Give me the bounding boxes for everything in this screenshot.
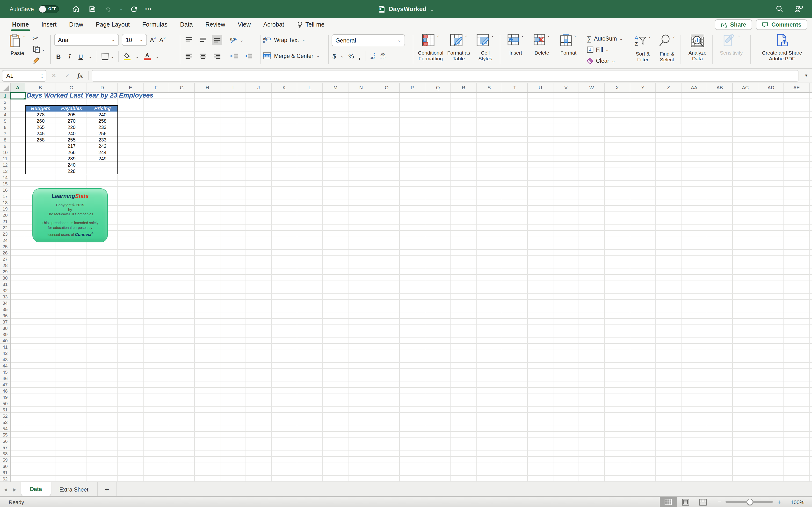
undo-dropdown-chevron[interactable]: ⌄ [119, 7, 123, 11]
align-center-button[interactable] [198, 51, 208, 62]
zoom-out-icon[interactable]: − [718, 498, 721, 506]
row-header-25[interactable]: 25 [0, 243, 10, 249]
name-box[interactable]: A1 ▲ ▼ [2, 70, 46, 81]
zoom-level[interactable]: 100% [788, 499, 804, 505]
sort-filter-chevron[interactable]: ⌄ [648, 34, 651, 39]
row-header-41[interactable]: 41 [0, 344, 10, 350]
table-header-budgets[interactable]: Budgets [25, 105, 56, 112]
row-header-48[interactable]: 48 [0, 388, 10, 394]
wrap-text-button[interactable]: abc Wrap Text ⌄ [263, 36, 305, 44]
cell-B6[interactable]: 265 [25, 124, 56, 130]
adobe-pdf-button[interactable]: Create and Share Adobe PDF [755, 33, 809, 61]
row-header-57[interactable]: 57 [0, 444, 10, 451]
find-select-chevron[interactable]: ⌄ [672, 34, 675, 39]
column-header-p[interactable]: P [400, 83, 425, 92]
cancel-entry-icon[interactable]: ✕ [51, 68, 57, 82]
column-header-ac[interactable]: AC [733, 83, 758, 92]
row-header-59[interactable]: 59 [0, 457, 10, 463]
row-header-56[interactable]: 56 [0, 438, 10, 444]
analyze-data-button[interactable]: Analyze Data [683, 33, 711, 61]
cell-D6[interactable]: 233 [87, 124, 118, 130]
column-header-t[interactable]: T [502, 83, 528, 92]
row-header-10[interactable]: 10 [0, 149, 10, 156]
row-header-9[interactable]: 9 [0, 143, 10, 149]
column-header-m[interactable]: M [323, 83, 349, 92]
align-bottom-button[interactable] [212, 35, 222, 45]
tab-insert[interactable]: Insert [35, 18, 63, 32]
column-header-i[interactable]: I [220, 83, 246, 92]
row-header-50[interactable]: 50 [0, 400, 10, 406]
row-header-38[interactable]: 38 [0, 325, 10, 331]
cell-styles-button[interactable]: ⌄ Cell Styles [474, 33, 497, 61]
redo-icon[interactable] [129, 4, 139, 14]
conditional-formatting-button[interactable]: ⌄ Conditional Formatting [416, 33, 446, 61]
row-header-39[interactable]: 39 [0, 331, 10, 338]
column-header-w[interactable]: W [579, 83, 605, 92]
column-header-u[interactable]: U [528, 83, 553, 92]
fill-color-chevron[interactable]: ⌄ [135, 54, 139, 59]
cell-B5[interactable]: 260 [25, 118, 56, 124]
cell-D9[interactable]: 242 [87, 143, 118, 149]
cell-C13[interactable]: 228 [56, 168, 87, 174]
decrease-indent-button[interactable] [229, 51, 239, 62]
cell-C11[interactable]: 239 [56, 156, 87, 162]
row-header-37[interactable]: 37 [0, 319, 10, 325]
row-header-4[interactable]: 4 [0, 112, 10, 118]
row-header-32[interactable]: 32 [0, 287, 10, 294]
align-left-button[interactable] [184, 51, 194, 62]
undo-icon[interactable] [103, 4, 113, 14]
confirm-entry-icon[interactable]: ✓ [65, 68, 70, 82]
row-header-14[interactable]: 14 [0, 174, 10, 181]
column-header-j[interactable]: J [246, 83, 272, 92]
format-cells-button[interactable]: ⌄ Format [556, 33, 581, 56]
row-header-18[interactable]: 18 [0, 200, 10, 206]
column-header-x[interactable]: X [605, 83, 630, 92]
cell-D5[interactable]: 258 [87, 118, 118, 124]
wrap-text-chevron[interactable]: ⌄ [302, 38, 305, 42]
cell-D11[interactable]: 249 [87, 156, 118, 162]
sheet-nav-right-icon[interactable]: ▶ [13, 487, 16, 492]
row-header-5[interactable]: 5 [0, 118, 10, 124]
column-header-k[interactable]: K [272, 83, 297, 92]
row-header-60[interactable]: 60 [0, 463, 10, 469]
select-all-corner[interactable] [0, 83, 11, 92]
cell-D10[interactable]: 244 [87, 149, 118, 156]
home-icon[interactable] [71, 4, 81, 14]
fill-chevron[interactable]: ⌄ [605, 48, 609, 52]
borders-chevron[interactable]: ⌄ [110, 54, 114, 59]
row-header-29[interactable]: 29 [0, 269, 10, 275]
insert-function-icon[interactable]: fx [77, 68, 83, 82]
row-header-47[interactable]: 47 [0, 382, 10, 388]
row-header-23[interactable]: 23 [0, 231, 10, 237]
paste-button[interactable]: ⌄ Paste [4, 34, 31, 56]
spinner-down-icon[interactable]: ▼ [41, 76, 43, 79]
cell-C10[interactable]: 266 [56, 149, 87, 156]
underline-button[interactable]: U [77, 53, 84, 60]
find-select-button[interactable]: ⌄ Find & Select [655, 34, 678, 62]
currency-chevron[interactable]: ⌄ [340, 54, 344, 58]
more-commands-icon[interactable]: ••• [145, 6, 152, 12]
row-header-62[interactable]: 62 [0, 475, 10, 482]
row-header-35[interactable]: 35 [0, 306, 10, 313]
orientation-button[interactable]: ab ⌄ [230, 36, 243, 44]
search-icon[interactable] [774, 4, 784, 14]
tab-review[interactable]: Review [199, 18, 232, 32]
cut-icon[interactable]: ✂ [33, 35, 38, 42]
column-header-g[interactable]: G [169, 83, 195, 92]
row-header-36[interactable]: 36 [0, 313, 10, 319]
fill-handle[interactable] [24, 98, 26, 100]
row-header-54[interactable]: 54 [0, 426, 10, 432]
row-header-16[interactable]: 16 [0, 187, 10, 193]
autosum-button[interactable]: ∑ AutoSum ⌄ [587, 34, 623, 43]
cell-C8[interactable]: 255 [56, 137, 87, 143]
row-header-30[interactable]: 30 [0, 275, 10, 281]
tab-formulas[interactable]: Formulas [136, 18, 174, 32]
font-name-combo[interactable]: Arial ⌄ [54, 34, 119, 46]
tab-data[interactable]: Data [174, 18, 199, 32]
column-header-c[interactable]: C [56, 83, 87, 92]
column-header-z[interactable]: Z [656, 83, 681, 92]
insert-cells-button[interactable]: ⌄ Insert [504, 33, 528, 56]
column-header-n[interactable]: N [349, 83, 374, 92]
column-header-ae[interactable]: AE [784, 83, 810, 92]
cell-styles-chevron[interactable]: ⌄ [491, 33, 494, 38]
